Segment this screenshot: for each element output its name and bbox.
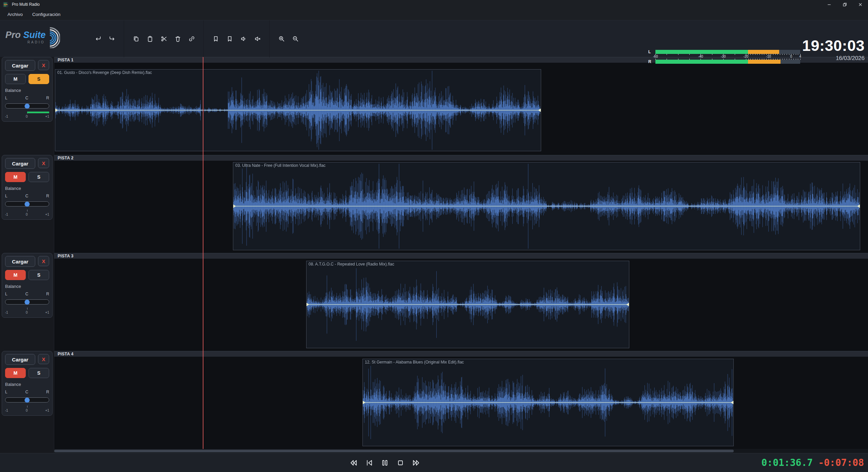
- window-title: Pro Multi Radio: [12, 2, 40, 7]
- balance-r-label: R: [46, 194, 49, 198]
- track2-close-button[interactable]: X: [38, 158, 49, 168]
- logo-pro: Pro: [5, 30, 21, 40]
- clip-left-marker[interactable]: [233, 204, 236, 208]
- track1-mute-button[interactable]: M: [5, 74, 26, 84]
- window-controls: [821, 0, 868, 9]
- toolbar-separator: [124, 20, 124, 57]
- playhead[interactable]: [203, 57, 203, 449]
- bookmark-icon[interactable]: [209, 32, 222, 45]
- rewind-icon[interactable]: [349, 458, 359, 468]
- track3-row: PISTA 3 08. A.T.G.O.C - Repeated Love (R…: [54, 253, 868, 351]
- gain-min-label: -1: [5, 213, 8, 216]
- clip-left-marker[interactable]: [55, 109, 58, 112]
- track2-clip[interactable]: 03. Ultra Nate - Free (Full Intention Vo…: [233, 162, 860, 250]
- close-icon[interactable]: [852, 0, 868, 9]
- pause-icon[interactable]: [380, 458, 390, 468]
- track1-solo-button[interactable]: S: [28, 74, 49, 84]
- clip-right-marker[interactable]: [857, 204, 860, 208]
- track2-header-label: PISTA 2: [58, 156, 74, 160]
- track4-balance-slider[interactable]: [5, 397, 49, 402]
- track2-solo-button[interactable]: S: [28, 172, 49, 182]
- toolbar-separator: [269, 20, 270, 57]
- stop-icon[interactable]: [395, 458, 406, 468]
- mute-icon[interactable]: [251, 32, 264, 45]
- link-icon[interactable]: [185, 32, 198, 45]
- fast-forward-icon[interactable]: [411, 458, 421, 468]
- gain-max-label: +1: [45, 115, 49, 118]
- radio-waves-icon: [44, 26, 60, 48]
- vu-left-label: L: [648, 50, 655, 54]
- balance-c-label: C: [25, 194, 28, 198]
- track1-balance-slider[interactable]: [5, 103, 49, 109]
- title-bar: Pro Multi Radio: [0, 0, 868, 9]
- track2-mute-button[interactable]: M: [5, 172, 26, 182]
- clock-time: 19:30:03: [802, 38, 865, 53]
- minimize-icon[interactable]: [821, 0, 837, 9]
- track4-solo-button[interactable]: S: [28, 368, 49, 378]
- toolbar: Pro Suite RADIO: [0, 20, 868, 57]
- track1-header-label: PISTA 1: [58, 58, 74, 62]
- clip-left-marker[interactable]: [307, 303, 309, 306]
- paste-icon[interactable]: [143, 32, 156, 45]
- redo-icon[interactable]: [105, 32, 118, 45]
- track3-close-button[interactable]: X: [38, 256, 49, 266]
- track2-load-button[interactable]: Cargar: [5, 158, 35, 169]
- gain-zero-label: 0: [26, 115, 28, 118]
- track1-load-button[interactable]: Cargar: [5, 60, 35, 71]
- transport-controls: [349, 453, 421, 472]
- delete-icon[interactable]: [171, 32, 184, 45]
- balance-knob[interactable]: [25, 397, 30, 402]
- balance-knob[interactable]: [25, 299, 30, 304]
- menu-bar: Archivo Configuración: [0, 9, 868, 20]
- track4-clip[interactable]: 12. St Germain - Alabama Blues (Original…: [362, 359, 734, 446]
- track4-close-button[interactable]: X: [38, 354, 49, 364]
- restore-icon[interactable]: [837, 0, 852, 9]
- cut-icon[interactable]: [157, 32, 170, 45]
- toolbar-buttons: [92, 20, 302, 57]
- track2-balance-slider[interactable]: [5, 201, 49, 206]
- balance-l-label: L: [5, 96, 7, 100]
- track2-header: PISTA 2: [54, 155, 868, 161]
- menu-configuracion[interactable]: Configuración: [27, 10, 65, 19]
- track1-balance-label: Balance: [5, 88, 49, 93]
- balance-knob[interactable]: [25, 103, 30, 109]
- balance-knob[interactable]: [25, 201, 30, 206]
- clip-right-marker[interactable]: [538, 109, 541, 112]
- remaining-time: -0:07:08: [818, 457, 864, 468]
- track1-clip[interactable]: 01. Gusto - Disco's Revenge (Deep Dish R…: [55, 69, 541, 151]
- vu-right-label: R: [648, 59, 655, 64]
- undo-icon[interactable]: [92, 32, 104, 45]
- menu-archivo[interactable]: Archivo: [3, 10, 27, 19]
- zoom-in-icon[interactable]: [275, 32, 288, 45]
- track3-clip[interactable]: 08. A.T.G.O.C - Repeated Love (Radio Mix…: [306, 261, 629, 348]
- track4-header: PISTA 4: [54, 351, 868, 357]
- track4-mute-button[interactable]: M: [5, 368, 26, 378]
- track4-load-button[interactable]: Cargar: [5, 354, 35, 365]
- elapsed-time: 0:01:36.7: [761, 457, 813, 468]
- zoom-out-icon[interactable]: [289, 32, 302, 45]
- track4-filename: 12. St Germain - Alabama Blues (Original…: [365, 360, 464, 365]
- track2-row: PISTA 2 03. Ultra Nate - Free (Full Inte…: [54, 155, 868, 253]
- volume-icon[interactable]: [237, 32, 250, 45]
- track3-load-button[interactable]: Cargar: [5, 256, 35, 267]
- track2-balance-label: Balance: [5, 186, 49, 191]
- balance-r-label: R: [46, 390, 49, 394]
- horizontal-scrollbar: [54, 449, 868, 453]
- track3-mute-button[interactable]: M: [5, 270, 26, 280]
- track3-balance-slider[interactable]: [5, 299, 49, 304]
- bookmark-outline-icon[interactable]: [223, 32, 236, 45]
- timeline[interactable]: PISTA 1 01. Gusto - Disco's Revenge (Dee…: [54, 57, 868, 449]
- skip-start-icon[interactable]: [364, 458, 374, 468]
- track3-gain-meter: [5, 308, 49, 310]
- app-icon: [3, 2, 8, 7]
- copy-icon[interactable]: [130, 32, 142, 45]
- clip-right-marker[interactable]: [731, 401, 733, 404]
- clip-right-marker[interactable]: [626, 303, 629, 306]
- track1-close-button[interactable]: X: [38, 60, 49, 70]
- scrollbar-thumb[interactable]: [54, 450, 734, 452]
- track3-panel: Cargar X M S Balance LCR -10+1: [2, 253, 53, 318]
- gain-min-label: -1: [5, 311, 8, 314]
- clip-left-marker[interactable]: [363, 401, 366, 404]
- track3-solo-button[interactable]: S: [28, 270, 49, 280]
- track4-row: PISTA 4 12. St Germain - Alabama Blues (…: [54, 351, 868, 449]
